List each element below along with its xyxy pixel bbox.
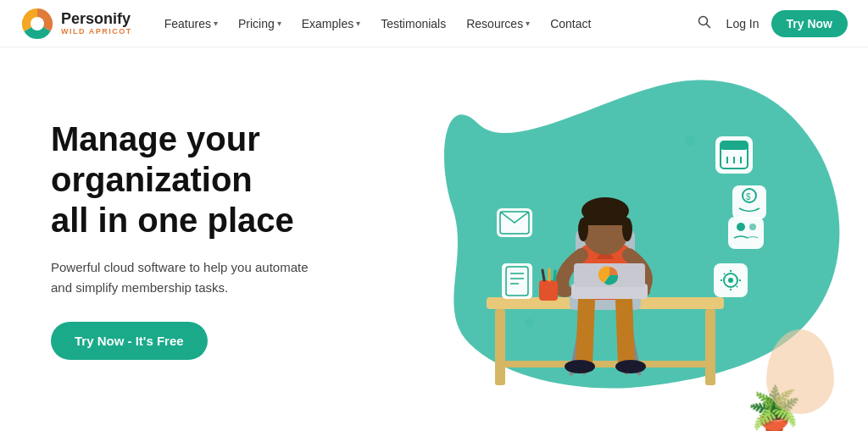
nav-item-resources[interactable]: Resources ▾ [458, 12, 538, 36]
logo-icon [20, 7, 54, 41]
svg-point-18 [578, 218, 588, 241]
nav-label-resources: Resources [466, 17, 523, 30]
svg-rect-27 [539, 280, 558, 301]
hero-illustration: $ [458, 47, 817, 431]
svg-rect-6 [705, 309, 715, 385]
nav-item-pricing[interactable]: Pricing ▾ [230, 12, 290, 36]
logo-brand-name: Personify [61, 11, 132, 28]
chevron-down-icon: ▾ [356, 19, 360, 28]
navbar: Personify Wild Apricot Features ▾ Pricin… [0, 0, 868, 47]
svg-line-54 [724, 274, 725, 274]
svg-point-1 [31, 17, 44, 30]
svg-rect-5 [495, 309, 505, 385]
nav-item-features[interactable]: Features ▾ [156, 12, 226, 36]
nav-label-contact: Contact [550, 17, 591, 30]
svg-point-60 [685, 135, 695, 146]
hero-subtitle: Powerful cloud software to help you auto… [51, 257, 373, 298]
try-now-nav-button[interactable]: Try Now [771, 10, 848, 37]
hero-cta-button[interactable]: Try Now - It's Free [51, 322, 208, 360]
login-button[interactable]: Log In [726, 17, 760, 30]
nav-label-examples: Examples [302, 17, 353, 30]
hero-title: Manage your organization all in one plac… [51, 119, 458, 240]
svg-point-59 [525, 318, 533, 327]
nav-links: Features ▾ Pricing ▾ Examples ▾ Testimon… [156, 12, 694, 36]
nav-label-pricing: Pricing [238, 17, 275, 30]
search-button[interactable] [694, 12, 715, 36]
nav-label-testimonials: Testimonials [381, 17, 446, 30]
logo-brand-sub: Wild Apricot [61, 27, 132, 36]
svg-line-3 [706, 24, 709, 27]
hero-section: Manage your organization all in one plac… [0, 47, 868, 431]
svg-text:$: $ [746, 192, 751, 202]
nav-item-testimonials[interactable]: Testimonials [372, 12, 454, 36]
svg-point-20 [556, 285, 573, 297]
nav-item-examples[interactable]: Examples ▾ [293, 12, 369, 36]
svg-rect-33 [721, 141, 748, 150]
nav-label-features: Features [164, 17, 211, 30]
svg-line-28 [542, 270, 544, 280]
svg-rect-56 [728, 217, 764, 249]
chevron-down-icon: ▾ [277, 19, 281, 28]
svg-line-55 [737, 286, 737, 287]
chevron-down-icon: ▾ [214, 19, 218, 28]
search-icon [698, 15, 711, 29]
svg-point-58 [749, 224, 756, 230]
svg-point-49 [728, 278, 733, 283]
svg-point-57 [737, 223, 745, 231]
svg-point-19 [622, 218, 632, 241]
svg-rect-7 [495, 361, 715, 367]
svg-line-30 [554, 271, 555, 280]
nav-right: Log In Try Now [694, 10, 848, 37]
svg-point-22 [565, 360, 595, 373]
nav-item-contact[interactable]: Contact [542, 12, 599, 36]
hero-content: Manage your organization all in one plac… [51, 119, 458, 360]
desk-illustration: $ [402, 60, 809, 407]
logo[interactable]: Personify Wild Apricot [20, 7, 132, 41]
svg-point-23 [615, 360, 646, 373]
chevron-down-icon: ▾ [526, 19, 530, 28]
